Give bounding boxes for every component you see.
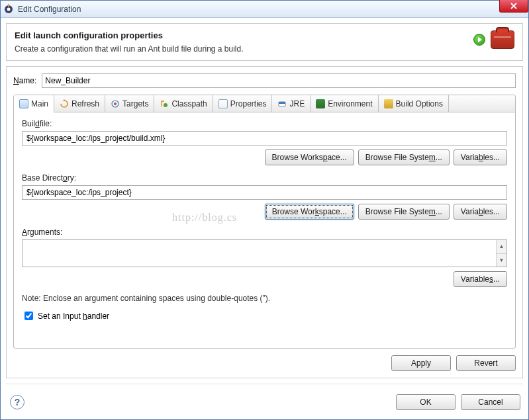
targets-icon (111, 99, 120, 108)
help-button[interactable]: ? (10, 395, 24, 409)
tab-build-options[interactable]: Build Options (379, 95, 449, 112)
name-row: Name: (13, 73, 516, 88)
buildfile-variables-button[interactable]: Variables... (454, 149, 507, 165)
tab-properties[interactable]: Properties (213, 95, 273, 112)
body-area: Name: Main Refresh Targets Classpath Pro… (6, 66, 523, 378)
tab-content-main: Buildfile: Browse Workspace... Browse Fi… (14, 112, 515, 348)
svg-point-1 (7, 7, 11, 11)
close-button[interactable] (499, 0, 528, 13)
svg-point-5 (164, 103, 168, 107)
properties-icon (218, 99, 228, 108)
tab-classpath[interactable]: Classpath (154, 95, 213, 112)
cancel-button[interactable]: Cancel (461, 394, 520, 410)
classpath-icon (160, 99, 169, 108)
arguments-field-wrap: ▲ ▼ (22, 239, 507, 267)
tab-targets[interactable]: Targets (105, 95, 154, 112)
build-options-icon (384, 99, 393, 108)
environment-icon (316, 99, 325, 108)
basedir-browse-workspace-button[interactable]: Browse Workspace... (265, 204, 354, 220)
spinner-down[interactable]: ▼ (497, 254, 506, 267)
header-panel: Edit launch configuration properties Cre… (6, 23, 523, 61)
spinner-up[interactable]: ▲ (497, 240, 506, 254)
basedir-browse-filesystem-button[interactable]: Browse File System... (358, 204, 450, 220)
buildfile-input[interactable] (22, 131, 507, 146)
arguments-spinner: ▲ ▼ (496, 240, 506, 267)
name-input[interactable] (42, 73, 516, 88)
svg-point-4 (114, 103, 117, 105)
input-handler-checkbox[interactable] (24, 312, 33, 320)
tabs-container: Main Refresh Targets Classpath Propertie… (13, 95, 516, 349)
input-handler-label[interactable]: Set an Input handler (38, 312, 109, 321)
header-subtitle: Create a configuration that will run an … (15, 44, 244, 54)
input-handler-row: Set an Input handler (22, 310, 507, 322)
buildfile-browse-filesystem-button[interactable]: Browse File System... (358, 149, 450, 165)
arguments-input[interactable] (23, 240, 496, 267)
basedir-label: Base Directory: (22, 173, 507, 183)
tab-environment[interactable]: Environment (311, 95, 378, 112)
header-title: Edit launch configuration properties (15, 30, 244, 40)
basedir-input[interactable] (22, 185, 507, 200)
titlebar[interactable]: Edit Configuration (1, 1, 528, 18)
svg-rect-2 (8, 4, 9, 7)
tab-refresh[interactable]: Refresh (54, 95, 105, 112)
main-icon (19, 99, 28, 108)
footer: ? OK Cancel (6, 384, 523, 414)
arguments-variables-button[interactable]: Variables... (454, 271, 507, 287)
apply-row: Apply Revert (13, 355, 516, 371)
jre-icon (277, 99, 287, 108)
arguments-label: Arguments: (22, 228, 507, 237)
name-label: Name: (13, 76, 36, 85)
tab-strip: Main Refresh Targets Classpath Propertie… (14, 95, 515, 112)
basedir-variables-button[interactable]: Variables... (454, 204, 507, 220)
arguments-note: Note: Enclose an argument containing spa… (22, 294, 507, 303)
tab-jre[interactable]: JRE (272, 95, 311, 112)
buildfile-label: Buildfile: (22, 119, 507, 128)
run-icon (473, 34, 485, 46)
app-icon (3, 4, 14, 15)
toolbox-icon (491, 30, 514, 49)
revert-button[interactable]: Revert (456, 355, 516, 371)
refresh-icon (60, 99, 69, 108)
close-icon (510, 3, 517, 9)
svg-rect-7 (279, 102, 285, 104)
buildfile-browse-workspace-button[interactable]: Browse Workspace... (265, 149, 354, 165)
titlebar-title: Edit Configuration (18, 5, 81, 14)
apply-button[interactable]: Apply (391, 355, 451, 371)
ok-button[interactable]: OK (396, 394, 456, 410)
tab-main[interactable]: Main (14, 95, 54, 112)
dialog-window: Edit Configuration Edit launch configura… (0, 0, 529, 420)
